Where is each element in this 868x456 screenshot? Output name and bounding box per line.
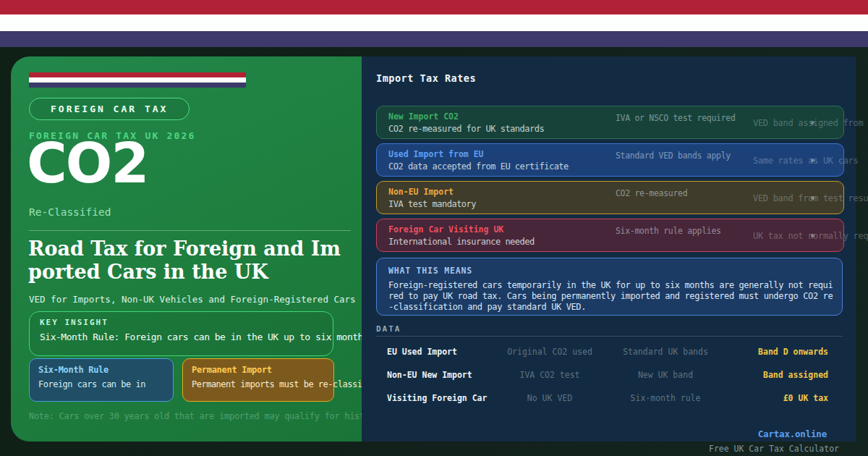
rate-row-subtitle: CO2 re-measured for UK standards [388,124,544,134]
explainer-box: WHAT THIS MEANS Foreign-registered cars … [376,258,843,316]
rate-row-non-eu-import: Non-EU Import IVA test mandatory CO2 re-… [376,181,844,214]
key-insight-text: Six-Month Rule: Foreign cars can be in t… [40,332,333,342]
flag-banner [0,0,868,47]
stat-card-permanent-import: Permanent Import Permanent imports must … [182,358,334,402]
dot-marker [811,196,814,200]
site-tagline: Free UK Car Tax Calculator [709,444,839,454]
rate-row-title: Non-EU Import [388,187,454,197]
hero-panel: FOREIGN CAR TAX FOREIGN CAR TAX UK 2026 … [11,56,362,442]
rate-row-requirement: Six-month rule applies [616,226,721,236]
key-insight-label: KEY INSIGHT [40,318,333,327]
data-section-label: DATA [376,324,401,334]
table-cell-value: £0 UK tax [734,393,828,403]
rate-row-title: New Import CO2 [388,111,459,122]
dot-marker [811,159,814,162]
rate-row-subtitle: IVA test mandatory [388,199,476,209]
explainer-text: Foreign-registered cars temporarily in t… [388,280,837,313]
stat-card-title: Permanent Import [192,365,333,375]
flag-stripe-red [0,0,868,14]
page-subtitle: VED for Imports, Non-UK Vehicles and For… [29,294,356,305]
rate-row-subtitle: International insurance needed [388,237,535,247]
table-cell-name: Visiting Foreign Car [387,393,503,403]
rate-row-subtitle: CO2 data accepted from EU certificate [388,161,569,172]
table-row: Visiting Foreign Car No UK VED Six-month… [376,387,843,410]
table-row: Non-EU New Import IVA CO2 test New UK ba… [376,363,843,387]
category-badge: FOREIGN CAR TAX [29,98,190,120]
rate-row-requirement: IVA or NSCO test required [616,113,736,123]
rate-row-outcome: Same rates as UK cars [753,156,858,166]
table-row: EU Used Import Original CO2 used Standar… [376,340,843,363]
rate-row-title: Foreign Car Visiting UK [388,224,503,235]
footnote: Note: Cars over 30 years old that are im… [29,411,362,421]
data-section-divider [376,336,843,337]
table-cell-co2: No UK VED [503,393,597,403]
headline-co2: CO2 [27,135,148,193]
table-cell-band: Standard UK bands [597,347,734,357]
table-cell-name: Non-EU New Import [387,370,503,380]
stat-card-text: Foreign cars can be in [38,379,173,389]
flag-stripe-navy [0,31,868,47]
rate-row-visiting-uk: Foreign Car Visiting UK International in… [376,219,844,252]
table-cell-co2: Original CO2 used [503,347,597,357]
stat-card-six-month-rule: Six-Month Rule Foreign cars can be in [29,358,174,402]
rate-row-requirement: CO2 re-measured [616,188,687,198]
mini-flag-stripe-navy [29,83,246,88]
rate-row-title: Used Import from EU [388,149,484,159]
table-cell-value: Band D onwards [734,347,828,357]
table-cell-name: EU Used Import [387,347,503,357]
mini-flag-stripe-white [29,77,246,83]
rate-row-new-import: New Import CO2 CO2 re-measured for UK st… [376,106,844,139]
rates-panel: Import Tax Rates New Import CO2 CO2 re-m… [362,56,856,442]
rates-header: Import Tax Rates [376,72,476,84]
key-insight-box: KEY INSIGHT Six-Month Rule: Foreign cars… [29,311,333,356]
rate-row-used-import-eu: Used Import from EU CO2 data accepted fr… [376,143,844,177]
table-cell-co2: IVA CO2 test [503,370,597,380]
data-table: EU Used Import Original CO2 used Standar… [376,340,843,410]
dot-marker [811,234,814,237]
dot-marker [811,121,814,124]
mini-flag-stripe-red [29,72,246,77]
mini-flag-icon [29,72,246,88]
stat-card-text: Permanent imports must be re-classified [192,379,333,389]
explainer-label: WHAT THIS MEANS [388,266,842,276]
divider [29,230,351,231]
flag-stripe-white [0,14,868,31]
stat-card-title: Six-Month Rule [38,365,173,375]
site-link[interactable]: Cartax.online [758,428,827,439]
page-title: Road Tax for Foreign and Imported Cars i… [28,237,352,284]
table-cell-band: Six-month rule [597,393,734,403]
table-cell-value: Band assigned [734,370,828,380]
subheadline: Re-Classified [29,206,111,218]
table-cell-band: New UK band [597,370,734,380]
rate-row-requirement: Standard VED bands apply [616,151,731,161]
